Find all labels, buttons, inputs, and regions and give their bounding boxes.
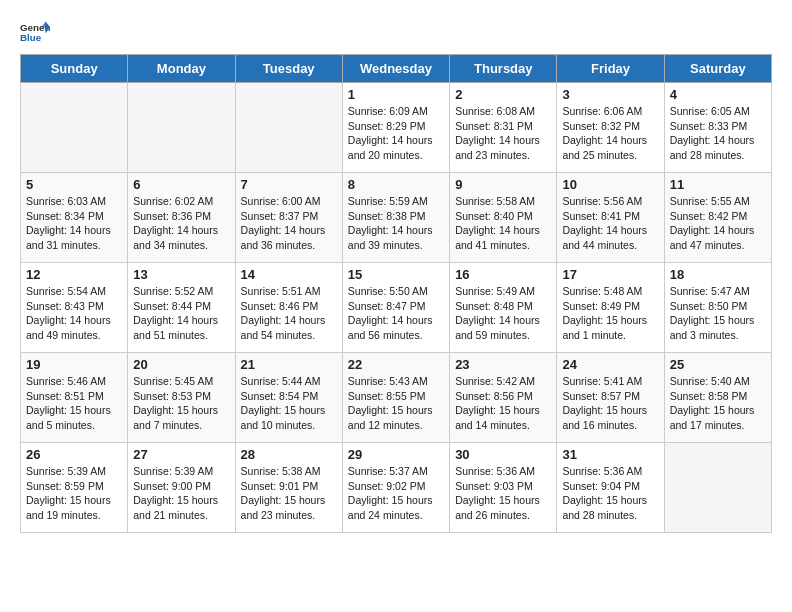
day-number: 17 — [562, 267, 658, 282]
day-cell: 12Sunrise: 5:54 AM Sunset: 8:43 PM Dayli… — [21, 263, 128, 353]
day-cell: 26Sunrise: 5:39 AM Sunset: 8:59 PM Dayli… — [21, 443, 128, 533]
day-info: Sunrise: 5:58 AM Sunset: 8:40 PM Dayligh… — [455, 194, 551, 253]
day-number: 11 — [670, 177, 766, 192]
day-info: Sunrise: 6:05 AM Sunset: 8:33 PM Dayligh… — [670, 104, 766, 163]
day-cell: 25Sunrise: 5:40 AM Sunset: 8:58 PM Dayli… — [664, 353, 771, 443]
day-info: Sunrise: 6:08 AM Sunset: 8:31 PM Dayligh… — [455, 104, 551, 163]
week-row-1: 1Sunrise: 6:09 AM Sunset: 8:29 PM Daylig… — [21, 83, 772, 173]
day-info: Sunrise: 5:36 AM Sunset: 9:03 PM Dayligh… — [455, 464, 551, 523]
day-info: Sunrise: 5:46 AM Sunset: 8:51 PM Dayligh… — [26, 374, 122, 433]
day-header-tuesday: Tuesday — [235, 55, 342, 83]
day-number: 21 — [241, 357, 337, 372]
day-number: 12 — [26, 267, 122, 282]
day-info: Sunrise: 5:47 AM Sunset: 8:50 PM Dayligh… — [670, 284, 766, 343]
day-number: 8 — [348, 177, 444, 192]
day-cell: 8Sunrise: 5:59 AM Sunset: 8:38 PM Daylig… — [342, 173, 449, 263]
day-info: Sunrise: 5:43 AM Sunset: 8:55 PM Dayligh… — [348, 374, 444, 433]
day-info: Sunrise: 5:48 AM Sunset: 8:49 PM Dayligh… — [562, 284, 658, 343]
calendar-table: SundayMondayTuesdayWednesdayThursdayFrid… — [20, 54, 772, 533]
day-info: Sunrise: 5:59 AM Sunset: 8:38 PM Dayligh… — [348, 194, 444, 253]
day-header-monday: Monday — [128, 55, 235, 83]
day-info: Sunrise: 5:44 AM Sunset: 8:54 PM Dayligh… — [241, 374, 337, 433]
day-header-saturday: Saturday — [664, 55, 771, 83]
day-number: 29 — [348, 447, 444, 462]
day-number: 19 — [26, 357, 122, 372]
day-number: 24 — [562, 357, 658, 372]
day-info: Sunrise: 6:06 AM Sunset: 8:32 PM Dayligh… — [562, 104, 658, 163]
day-info: Sunrise: 5:55 AM Sunset: 8:42 PM Dayligh… — [670, 194, 766, 253]
day-header-wednesday: Wednesday — [342, 55, 449, 83]
day-number: 5 — [26, 177, 122, 192]
day-number: 4 — [670, 87, 766, 102]
day-cell: 7Sunrise: 6:00 AM Sunset: 8:37 PM Daylig… — [235, 173, 342, 263]
day-info: Sunrise: 5:39 AM Sunset: 8:59 PM Dayligh… — [26, 464, 122, 523]
day-cell — [21, 83, 128, 173]
day-cell: 6Sunrise: 6:02 AM Sunset: 8:36 PM Daylig… — [128, 173, 235, 263]
day-info: Sunrise: 5:38 AM Sunset: 9:01 PM Dayligh… — [241, 464, 337, 523]
day-number: 15 — [348, 267, 444, 282]
day-number: 9 — [455, 177, 551, 192]
week-row-5: 26Sunrise: 5:39 AM Sunset: 8:59 PM Dayli… — [21, 443, 772, 533]
week-row-2: 5Sunrise: 6:03 AM Sunset: 8:34 PM Daylig… — [21, 173, 772, 263]
day-cell: 18Sunrise: 5:47 AM Sunset: 8:50 PM Dayli… — [664, 263, 771, 353]
day-info: Sunrise: 5:37 AM Sunset: 9:02 PM Dayligh… — [348, 464, 444, 523]
day-cell: 19Sunrise: 5:46 AM Sunset: 8:51 PM Dayli… — [21, 353, 128, 443]
day-cell: 4Sunrise: 6:05 AM Sunset: 8:33 PM Daylig… — [664, 83, 771, 173]
day-info: Sunrise: 5:52 AM Sunset: 8:44 PM Dayligh… — [133, 284, 229, 343]
day-info: Sunrise: 5:39 AM Sunset: 9:00 PM Dayligh… — [133, 464, 229, 523]
day-cell — [235, 83, 342, 173]
day-cell: 28Sunrise: 5:38 AM Sunset: 9:01 PM Dayli… — [235, 443, 342, 533]
day-cell: 21Sunrise: 5:44 AM Sunset: 8:54 PM Dayli… — [235, 353, 342, 443]
day-cell — [128, 83, 235, 173]
day-header-sunday: Sunday — [21, 55, 128, 83]
day-info: Sunrise: 5:40 AM Sunset: 8:58 PM Dayligh… — [670, 374, 766, 433]
svg-text:Blue: Blue — [20, 32, 42, 43]
day-cell: 29Sunrise: 5:37 AM Sunset: 9:02 PM Dayli… — [342, 443, 449, 533]
day-number: 14 — [241, 267, 337, 282]
day-cell — [664, 443, 771, 533]
day-info: Sunrise: 6:00 AM Sunset: 8:37 PM Dayligh… — [241, 194, 337, 253]
day-cell: 13Sunrise: 5:52 AM Sunset: 8:44 PM Dayli… — [128, 263, 235, 353]
day-info: Sunrise: 5:45 AM Sunset: 8:53 PM Dayligh… — [133, 374, 229, 433]
day-cell: 2Sunrise: 6:08 AM Sunset: 8:31 PM Daylig… — [450, 83, 557, 173]
day-cell: 31Sunrise: 5:36 AM Sunset: 9:04 PM Dayli… — [557, 443, 664, 533]
day-cell: 16Sunrise: 5:49 AM Sunset: 8:48 PM Dayli… — [450, 263, 557, 353]
day-number: 2 — [455, 87, 551, 102]
day-number: 27 — [133, 447, 229, 462]
day-number: 22 — [348, 357, 444, 372]
day-number: 23 — [455, 357, 551, 372]
day-number: 31 — [562, 447, 658, 462]
day-cell: 3Sunrise: 6:06 AM Sunset: 8:32 PM Daylig… — [557, 83, 664, 173]
day-number: 20 — [133, 357, 229, 372]
day-number: 28 — [241, 447, 337, 462]
day-number: 13 — [133, 267, 229, 282]
day-number: 16 — [455, 267, 551, 282]
header-row: SundayMondayTuesdayWednesdayThursdayFrid… — [21, 55, 772, 83]
day-info: Sunrise: 5:41 AM Sunset: 8:57 PM Dayligh… — [562, 374, 658, 433]
day-header-friday: Friday — [557, 55, 664, 83]
day-info: Sunrise: 6:09 AM Sunset: 8:29 PM Dayligh… — [348, 104, 444, 163]
logo: General Blue — [20, 20, 50, 44]
day-info: Sunrise: 5:54 AM Sunset: 8:43 PM Dayligh… — [26, 284, 122, 343]
day-info: Sunrise: 5:50 AM Sunset: 8:47 PM Dayligh… — [348, 284, 444, 343]
week-row-3: 12Sunrise: 5:54 AM Sunset: 8:43 PM Dayli… — [21, 263, 772, 353]
day-cell: 10Sunrise: 5:56 AM Sunset: 8:41 PM Dayli… — [557, 173, 664, 263]
day-info: Sunrise: 5:36 AM Sunset: 9:04 PM Dayligh… — [562, 464, 658, 523]
day-cell: 27Sunrise: 5:39 AM Sunset: 9:00 PM Dayli… — [128, 443, 235, 533]
day-info: Sunrise: 5:51 AM Sunset: 8:46 PM Dayligh… — [241, 284, 337, 343]
day-cell: 20Sunrise: 5:45 AM Sunset: 8:53 PM Dayli… — [128, 353, 235, 443]
day-number: 26 — [26, 447, 122, 462]
day-info: Sunrise: 6:02 AM Sunset: 8:36 PM Dayligh… — [133, 194, 229, 253]
day-info: Sunrise: 6:03 AM Sunset: 8:34 PM Dayligh… — [26, 194, 122, 253]
day-cell: 15Sunrise: 5:50 AM Sunset: 8:47 PM Dayli… — [342, 263, 449, 353]
day-number: 1 — [348, 87, 444, 102]
day-number: 25 — [670, 357, 766, 372]
week-row-4: 19Sunrise: 5:46 AM Sunset: 8:51 PM Dayli… — [21, 353, 772, 443]
day-cell: 22Sunrise: 5:43 AM Sunset: 8:55 PM Dayli… — [342, 353, 449, 443]
day-number: 10 — [562, 177, 658, 192]
day-cell: 11Sunrise: 5:55 AM Sunset: 8:42 PM Dayli… — [664, 173, 771, 263]
day-number: 6 — [133, 177, 229, 192]
day-info: Sunrise: 5:56 AM Sunset: 8:41 PM Dayligh… — [562, 194, 658, 253]
day-cell: 30Sunrise: 5:36 AM Sunset: 9:03 PM Dayli… — [450, 443, 557, 533]
day-cell: 14Sunrise: 5:51 AM Sunset: 8:46 PM Dayli… — [235, 263, 342, 353]
